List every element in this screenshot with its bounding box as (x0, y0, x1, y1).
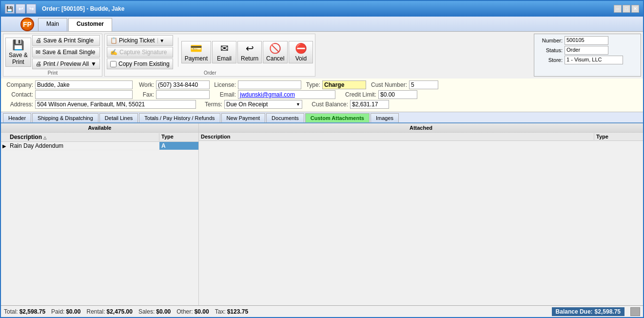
tab-new-payment[interactable]: New Payment (221, 113, 265, 122)
contact-value[interactable] (35, 90, 133, 99)
save-print-label: Save &Print (9, 52, 28, 66)
qa-undo-btn[interactable]: ↩ (16, 4, 25, 14)
terms-dropdown-icon: ▼ (296, 102, 300, 107)
save-print-single-label: Save & Print Single (43, 37, 94, 44)
close-button[interactable]: ✕ (631, 5, 639, 13)
attached-table-body (199, 141, 643, 305)
address-value[interactable]: 504 Wilson Avenue, Faribault, MN, 55021 (35, 100, 196, 109)
credit-limit-label: Credit Limit: (337, 91, 376, 98)
row-arrow-0: ▶ (1, 143, 8, 149)
qa-save-btn[interactable]: 💾 (5, 4, 15, 14)
rental-item: Rental: $2,475.00 (86, 308, 132, 315)
print-group-label: Print (3, 70, 102, 76)
sort-arrow-desc: △ (43, 136, 46, 140)
work-value[interactable]: (507) 334-8440 (156, 80, 210, 89)
other-item: Other: $0.00 (176, 308, 209, 315)
navigation-tabs: Header Shipping & Dispatching Detail Lin… (1, 112, 643, 123)
copy-from-existing-button[interactable]: Copy From Existing (107, 59, 173, 69)
void-label: Void (295, 55, 307, 62)
tab-totals[interactable]: Totals / Pay History / Refunds (139, 113, 220, 122)
cancel-button[interactable]: 🚫 Cancel (263, 41, 288, 63)
picking-ticket-dropdown-arrow[interactable]: ▼ (157, 38, 166, 43)
type-value[interactable]: Charge (322, 80, 366, 89)
available-pane: Available Description △ Type ▶ Rain Day … (1, 123, 199, 305)
credit-limit-value: $0.00 (378, 90, 417, 99)
return-button[interactable]: ↩ Return (237, 41, 262, 63)
print-preview-label: Print / Preview All (43, 60, 89, 67)
toolbar-group-print: 💾 Save &Print 🖨 Save & Print Single ✉ Sa… (3, 34, 102, 77)
order-info-panel: Number: 500105 Status: Order Store: 1 - … (534, 34, 641, 77)
email-label: Email: (212, 91, 236, 98)
order-group-label: Order (105, 70, 315, 76)
maximize-button[interactable]: □ (623, 5, 630, 13)
available-title: Available (1, 123, 198, 133)
qa-redo-btn[interactable]: ↪ (26, 4, 36, 14)
available-row-0[interactable]: ▶ Rain Day Addendum A (1, 142, 198, 150)
cust-balance-value: $2,631.17 (350, 100, 389, 109)
payment-button[interactable]: 💳 Payment (181, 41, 211, 63)
print-preview-button[interactable]: 🖨 Print / Preview All ▼ (32, 59, 100, 69)
email-value[interactable]: jwdunski@gmail.com (238, 90, 335, 99)
title-bar: 💾 ↩ ↪ Order: [500105] - Budde, Jake ─ □ … (1, 1, 643, 17)
tax-value: $123.75 (227, 308, 248, 315)
capture-signature-button: ✍ Capture Signature (107, 47, 173, 58)
tab-custom-attachments[interactable]: Custom Attachments (305, 113, 370, 122)
picking-ticket-main: 📋 Picking Ticket (107, 37, 157, 44)
status-bar: Total: $2,598.75 Paid: $0.00 Rental: $2,… (1, 305, 643, 317)
order-store-value: 1 - Visum, LLC (565, 56, 623, 64)
app-window: 💾 ↩ ↪ Order: [500105] - Budde, Jake ─ □ … (0, 0, 644, 318)
save-print-single-button[interactable]: 🖨 Save & Print Single (32, 35, 100, 46)
paid-item: Paid: $0.00 (51, 308, 80, 315)
number-label: Number: (538, 38, 563, 43)
toolbar-order-inner: 📋 Picking Ticket ▼ ✍ Capture Signature C… (107, 35, 313, 69)
balance-due-label: Balance Due: (556, 308, 593, 315)
tab-header[interactable]: Header (3, 113, 31, 122)
save-print-button[interactable]: 💾 Save &Print (5, 38, 31, 67)
email-button[interactable]: ✉ Email (212, 41, 236, 63)
company-value[interactable]: Budde, Jake (35, 80, 133, 89)
picking-ticket-icon: 📋 (110, 37, 117, 44)
email-label: Email (217, 55, 232, 62)
void-icon: ⛔ (295, 42, 307, 54)
work-label: Work: (135, 81, 154, 88)
available-desc-col[interactable]: Description △ (8, 133, 159, 141)
rental-label: Rental: (86, 308, 105, 315)
tab-documents[interactable]: Documents (266, 113, 304, 122)
save-print-icon: 💾 (12, 39, 24, 51)
order-number-row: Number: 500105 (538, 36, 637, 45)
copy-checkbox[interactable] (110, 61, 117, 67)
payment-label: Payment (185, 55, 208, 62)
tab-main[interactable]: Main (38, 18, 67, 31)
attached-pane: Attached Description Type (199, 123, 643, 305)
paid-value: $0.00 (66, 308, 80, 315)
capture-sig-icon: ✍ (110, 49, 117, 56)
contact-label: Contact: (4, 91, 33, 98)
save-email-single-button[interactable]: ✉ Save & Email Single (32, 47, 100, 58)
tab-shipping[interactable]: Shipping & Dispatching (32, 113, 98, 122)
picking-ticket-button[interactable]: 📋 Picking Ticket ▼ (107, 35, 173, 46)
balance-due-value: $2,598.75 (595, 308, 621, 315)
fax-label: Fax: (135, 91, 154, 98)
license-value[interactable] (238, 80, 301, 89)
tab-images[interactable]: Images (371, 113, 399, 122)
window-title: Order: [500105] - Budde, Jake (42, 5, 124, 12)
scroll-indicator[interactable] (630, 307, 640, 316)
attached-desc-col[interactable]: Description (199, 133, 594, 140)
available-type-col[interactable]: Type (159, 133, 198, 141)
separator-1 (178, 38, 178, 67)
minimize-button[interactable]: ─ (614, 5, 622, 13)
total-label: Total: (4, 308, 18, 315)
window-controls: ─ □ ✕ (614, 5, 639, 13)
terms-value[interactable]: Due On Receipt ▼ (224, 100, 302, 109)
tab-customer[interactable]: Customer (68, 18, 112, 31)
void-button[interactable]: ⛔ Void (289, 41, 313, 63)
cust-number-value[interactable]: 5 (409, 80, 438, 89)
attached-type-col[interactable]: Type (594, 133, 643, 140)
main-tab-strip: FP Main Customer (1, 17, 643, 32)
fax-value[interactable] (156, 90, 210, 99)
sales-label: Sales: (138, 308, 155, 315)
tab-detail-lines[interactable]: Detail Lines (99, 113, 138, 122)
cust-balance-label: Cust Balance: (304, 101, 348, 108)
attached-title: Attached (199, 123, 643, 133)
customer-fields: Company: Budde, Jake Work: (507) 334-844… (4, 80, 640, 110)
